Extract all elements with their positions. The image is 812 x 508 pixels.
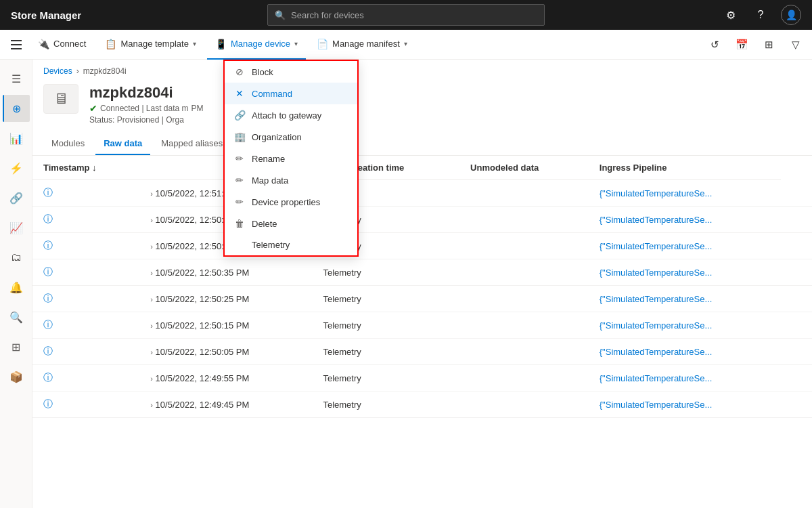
search-bar[interactable]: 🔍 Search for devices xyxy=(267,4,545,26)
device-header: 🖥 mzpkdz804i ✔ Connected | Last data m P… xyxy=(32,79,812,133)
hamburger-menu[interactable] xyxy=(5,34,27,56)
device-status-label: Status: Provisioned | Orga xyxy=(89,115,184,125)
cell-event xyxy=(459,312,589,339)
menu-item-command[interactable]: ✕ Command xyxy=(225,83,357,104)
sidebar-item-data[interactable]: 🗂 xyxy=(3,244,30,271)
menu-item-device-properties[interactable]: ✏ Device properties xyxy=(225,191,357,213)
menu-item-telemetry-label: Telemetry xyxy=(252,240,290,250)
cell-event xyxy=(459,233,589,259)
cell-pipeline xyxy=(781,259,812,286)
table-row: ⓘ› 10/5/2022, 12:50:55 PMTelemetry{"Simu… xyxy=(32,207,812,233)
col-timestamp: Timestamp ↓ xyxy=(32,156,139,180)
header-icons: ⚙ ? 👤 xyxy=(721,5,801,25)
menu-item-attach-gateway[interactable]: 🔗 Attach to gateway xyxy=(225,104,357,126)
cell-unmodeled[interactable]: {"SimulatedTemperatureSe... xyxy=(589,312,781,339)
table-row: ⓘ› 10/5/2022, 12:49:45 PMTelemetry{"Simu… xyxy=(32,391,812,418)
manifest-icon: 📄 xyxy=(317,39,328,49)
col-ingress: Ingress Pipeline xyxy=(589,156,781,180)
template-chevron-icon: ▾ xyxy=(193,40,196,47)
block-icon: ⊘ xyxy=(234,66,245,77)
menu-item-attach-label: Attach to gateway xyxy=(252,110,321,121)
cell-unmodeled[interactable]: {"SimulatedTemperatureSe... xyxy=(589,180,781,207)
filter-button[interactable]: ▽ xyxy=(785,34,807,56)
device-chevron-icon: ▾ xyxy=(294,40,298,47)
info-icon[interactable]: ⓘ xyxy=(43,398,53,409)
breadcrumb-parent[interactable]: Devices xyxy=(43,66,72,76)
nav-connect[interactable]: 🔌 Connect xyxy=(30,30,94,60)
info-icon[interactable]: ⓘ xyxy=(43,266,53,277)
cell-unmodeled[interactable]: {"SimulatedTemperatureSe... xyxy=(589,207,781,233)
breadcrumb-separator: › xyxy=(76,66,79,76)
menu-item-rename-label: Rename xyxy=(252,154,285,164)
info-icon[interactable]: ⓘ xyxy=(43,319,53,330)
sidebar-item-packages[interactable]: 📦 xyxy=(3,363,30,390)
help-icon[interactable]: ? xyxy=(751,5,770,24)
cell-unmodeled[interactable]: {"SimulatedTemperatureSe... xyxy=(589,259,781,286)
tab-mapped-aliases[interactable]: Mapped aliases xyxy=(153,133,231,155)
refresh-button[interactable]: ↺ xyxy=(704,34,725,56)
sidebar-item-home[interactable]: ☰ xyxy=(3,65,30,92)
cell-unmodeled[interactable]: {"SimulatedTemperatureSe... xyxy=(589,286,781,312)
expand-icon[interactable]: › xyxy=(150,216,153,224)
info-icon[interactable]: ⓘ xyxy=(43,240,53,251)
columns-button[interactable]: ⊞ xyxy=(758,34,780,56)
settings-icon[interactable]: ⚙ xyxy=(721,5,740,24)
breadcrumb: Devices › mzpkdz804i xyxy=(32,60,812,79)
nav-manage-manifest[interactable]: 📄 Manage manifest ▾ xyxy=(309,30,415,60)
calendar-button[interactable]: 📅 xyxy=(731,34,752,56)
avatar[interactable]: 👤 xyxy=(781,5,801,25)
mapdata-icon: ✏ xyxy=(234,175,245,186)
info-icon[interactable]: ⓘ xyxy=(43,213,53,224)
info-icon[interactable]: ⓘ xyxy=(43,345,53,356)
expand-icon[interactable]: › xyxy=(150,401,153,409)
nav-device-label: Manage device xyxy=(231,39,290,49)
sidebar-item-analytics[interactable]: 📊 xyxy=(3,125,30,152)
menu-item-mapdata[interactable]: ✏ Map data xyxy=(225,169,357,191)
cell-unmodeled[interactable]: {"SimulatedTemperatureSe... xyxy=(589,233,781,259)
device-info: mzpkdz804i ✔ Connected | Last data m PM … xyxy=(89,84,801,125)
expand-icon[interactable]: › xyxy=(150,348,153,356)
sidebar-item-rules[interactable]: ⚡ xyxy=(3,154,30,182)
menu-item-rename[interactable]: ✏ Rename xyxy=(225,148,357,169)
cell-event xyxy=(459,339,589,365)
info-icon[interactable]: ⓘ xyxy=(43,372,53,383)
sidebar-item-search[interactable]: 🔍 xyxy=(3,303,30,331)
expand-icon[interactable]: › xyxy=(150,375,153,383)
cell-type: Telemetry xyxy=(312,259,459,286)
info-icon[interactable]: ⓘ xyxy=(43,187,53,198)
cell-unmodeled[interactable]: {"SimulatedTemperatureSe... xyxy=(589,391,781,418)
menu-item-delete[interactable]: 🗑 Delete xyxy=(225,213,357,234)
expand-icon[interactable]: › xyxy=(150,269,153,277)
nav-manage-template[interactable]: 📋 Manage template ▾ xyxy=(97,30,204,60)
info-icon[interactable]: ⓘ xyxy=(43,293,53,303)
cell-event xyxy=(459,391,589,418)
sidebar-item-grid[interactable]: ⊞ xyxy=(3,333,30,360)
expand-icon[interactable]: › xyxy=(150,242,153,251)
device-connected-label: Connected | Last data m xyxy=(100,104,189,113)
nav-bar: 🔌 Connect 📋 Manage template ▾ 📱 Manage d… xyxy=(0,30,812,60)
sidebar-item-charts[interactable]: 📈 xyxy=(3,214,30,241)
device-name: mzpkdz804i xyxy=(89,84,801,102)
nav-manage-device[interactable]: 📱 Manage device ▾ xyxy=(207,30,306,60)
menu-item-block[interactable]: ⊘ Block xyxy=(225,61,357,83)
expand-icon[interactable]: › xyxy=(150,295,153,303)
sidebar-item-devices[interactable]: ⊕ xyxy=(3,95,30,122)
menu-item-organization[interactable]: 🏢 Organization xyxy=(225,126,357,148)
cell-unmodeled[interactable]: {"SimulatedTemperatureSe... xyxy=(589,365,781,391)
expand-icon[interactable]: › xyxy=(150,322,153,330)
sidebar-item-notifications[interactable]: 🔔 xyxy=(3,274,30,301)
cell-unmodeled[interactable]: {"SimulatedTemperatureSe... xyxy=(589,339,781,365)
cell-pipeline xyxy=(781,233,812,259)
table-row: ⓘ› 10/5/2022, 12:49:55 PMTelemetry{"Simu… xyxy=(32,365,812,391)
cell-pipeline xyxy=(781,180,812,207)
expand-icon[interactable]: › xyxy=(150,190,153,198)
tab-raw-data[interactable]: Raw data xyxy=(95,133,150,155)
tab-modules[interactable]: Modules xyxy=(43,133,93,155)
template-icon: 📋 xyxy=(105,39,116,49)
nav-template-label: Manage template xyxy=(120,39,188,49)
menu-item-telemetry[interactable]: Telemetry xyxy=(225,234,357,255)
sidebar-item-connections[interactable]: 🔗 xyxy=(3,184,30,211)
cell-pipeline xyxy=(781,286,812,312)
menu-item-mapdata-label: Map data xyxy=(252,175,288,186)
menu-item-command-label: Command xyxy=(252,89,292,99)
